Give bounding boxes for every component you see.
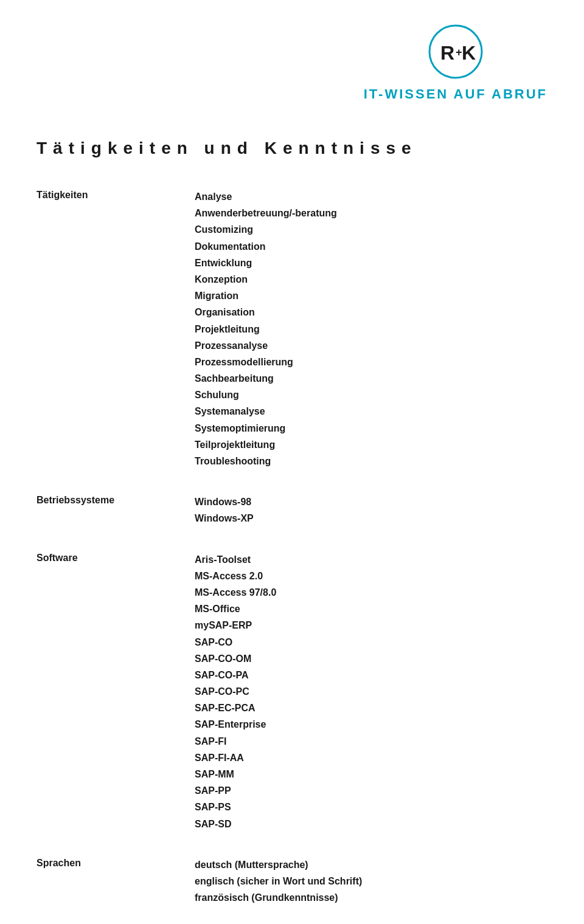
list-item: MS-Access 97/8.0 bbox=[195, 584, 548, 601]
svg-text:R: R bbox=[440, 42, 454, 64]
list-item: SAP-CO-PA bbox=[195, 667, 548, 683]
list-item: Entwicklung bbox=[195, 255, 548, 271]
svg-text:+: + bbox=[456, 46, 462, 58]
list-item: Schulung bbox=[195, 387, 548, 403]
section-label-sprachen: Sprachen bbox=[36, 857, 195, 869]
list-item: SAP-FI bbox=[195, 733, 548, 750]
list-item: Troubleshooting bbox=[195, 453, 548, 469]
list-item: SAP-EC-PCA bbox=[195, 700, 548, 716]
list-item: Prozessanalyse bbox=[195, 337, 548, 354]
list-item: MS-Office bbox=[195, 601, 548, 617]
section-label-software: Software bbox=[36, 551, 195, 564]
list-item: MS-Access 2.0 bbox=[195, 568, 548, 584]
section-content-software: Aris-Toolset MS-Access 2.0 MS-Access 97/… bbox=[195, 551, 548, 832]
logo-icon: R + K bbox=[428, 24, 483, 79]
list-item: Migration bbox=[195, 288, 548, 304]
list-item: SAP-CO bbox=[195, 634, 548, 650]
page-title: Tätigkeiten und Kenntnisse bbox=[36, 139, 548, 158]
logo-tagline: IT-WISSEN AUF ABRUF bbox=[364, 86, 548, 102]
list-item: SAP-CO-PC bbox=[195, 683, 548, 700]
list-item: Analyse bbox=[195, 188, 548, 205]
list-item: Anwenderbetreuung/-beratung bbox=[195, 205, 548, 221]
section-sprachen: Sprachen deutsch (Muttersprache) englisc… bbox=[36, 857, 548, 906]
page: R + K IT-WISSEN AUF ABRUF Tätigkeiten un… bbox=[0, 0, 584, 924]
list-item: Teilprojektleitung bbox=[195, 436, 548, 453]
list-item: Projektleitung bbox=[195, 321, 548, 337]
list-item: Aris-Toolset bbox=[195, 551, 548, 568]
logo-area: R + K IT-WISSEN AUF ABRUF bbox=[364, 24, 548, 102]
list-item: Dokumentation bbox=[195, 238, 548, 255]
list-item: Prozessmodellierung bbox=[195, 354, 548, 370]
list-item: Customizing bbox=[195, 221, 548, 238]
list-item: SAP-FI-AA bbox=[195, 750, 548, 766]
list-item: SAP-Enterprise bbox=[195, 716, 548, 733]
list-item: Systemoptimierung bbox=[195, 420, 548, 436]
list-item: französisch (Grundkenntnisse) bbox=[195, 889, 548, 906]
list-item: SAP-PS bbox=[195, 799, 548, 815]
list-item: SAP-MM bbox=[195, 766, 548, 782]
section-content-betriebssysteme: Windows-98 Windows-XP bbox=[195, 494, 548, 526]
list-item: Konzeption bbox=[195, 271, 548, 288]
list-item: SAP-SD bbox=[195, 816, 548, 832]
list-item: deutsch (Muttersprache) bbox=[195, 857, 548, 873]
section-content-sprachen: deutsch (Muttersprache) englisch (sicher… bbox=[195, 857, 548, 906]
section-label-betriebssysteme: Betriebssysteme bbox=[36, 494, 195, 506]
list-item: Windows-98 bbox=[195, 494, 548, 510]
list-item: Windows-XP bbox=[195, 510, 548, 526]
list-item: SAP-CO-OM bbox=[195, 650, 548, 667]
section-label-taetigkeiten: Tätigkeiten bbox=[36, 188, 195, 201]
list-item: mySAP-ERP bbox=[195, 617, 548, 633]
header: R + K IT-WISSEN AUF ABRUF bbox=[36, 24, 548, 102]
section-taetigkeiten: Tätigkeiten Analyse Anwenderbetreuung/-b… bbox=[36, 188, 548, 469]
list-item: Sachbearbeitung bbox=[195, 370, 548, 387]
list-item: Organisation bbox=[195, 304, 548, 320]
section-content-taetigkeiten: Analyse Anwenderbetreuung/-beratung Cust… bbox=[195, 188, 548, 469]
list-item: englisch (sicher in Wort und Schrift) bbox=[195, 873, 548, 889]
sections-container: Tätigkeiten Analyse Anwenderbetreuung/-b… bbox=[36, 188, 548, 906]
section-betriebssysteme: Betriebssysteme Windows-98 Windows-XP bbox=[36, 494, 548, 526]
list-item: Systemanalyse bbox=[195, 403, 548, 419]
svg-text:K: K bbox=[462, 42, 476, 64]
list-item: SAP-PP bbox=[195, 782, 548, 799]
section-software: Software Aris-Toolset MS-Access 2.0 MS-A… bbox=[36, 551, 548, 832]
